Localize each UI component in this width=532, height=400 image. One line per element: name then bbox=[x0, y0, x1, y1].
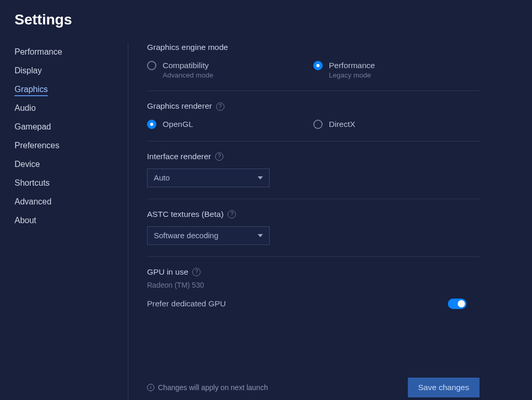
radio-label: OpenGL bbox=[163, 119, 193, 129]
radio-label: Compatibility bbox=[163, 60, 214, 70]
radio-icon bbox=[147, 61, 156, 70]
page-title: Settings bbox=[0, 0, 532, 28]
astc-textures-select[interactable]: Software decoding bbox=[147, 226, 270, 245]
sidebar-item-gamepad[interactable]: Gamepad bbox=[15, 118, 128, 136]
radio-sublabel: Advanced mode bbox=[163, 71, 214, 79]
caret-down-icon bbox=[258, 234, 263, 237]
radio-engine-performance[interactable]: Performance Legacy mode bbox=[313, 60, 480, 79]
prefer-dedicated-gpu-label: Prefer dedicated GPU bbox=[147, 299, 226, 308]
select-value: Auto bbox=[154, 173, 170, 182]
radio-label: DirectX bbox=[329, 119, 355, 129]
radio-icon bbox=[313, 120, 323, 129]
info-icon: i bbox=[147, 384, 154, 391]
sidebar-item-performance[interactable]: Performance bbox=[15, 43, 128, 61]
radio-engine-compatibility[interactable]: Compatibility Advanced mode bbox=[147, 60, 313, 79]
interface-renderer-select[interactable]: Auto bbox=[147, 169, 270, 187]
footer: i Changes will apply on next launch Save… bbox=[147, 378, 480, 397]
astc-textures-title: ASTC textures (Beta) ? bbox=[147, 210, 480, 219]
select-value: Software decoding bbox=[154, 231, 218, 240]
prefer-dedicated-gpu-toggle[interactable] bbox=[448, 299, 467, 309]
gpu-title: GPU in use ? bbox=[147, 267, 480, 277]
sidebar-item-preferences[interactable]: Preferences bbox=[15, 136, 128, 155]
section-astc-textures: ASTC textures (Beta) ? Software decoding bbox=[147, 210, 480, 257]
sidebar-item-display[interactable]: Display bbox=[15, 61, 128, 80]
section-graphics-renderer: Graphics renderer ? OpenGL DirectX bbox=[147, 101, 480, 141]
save-changes-button[interactable]: Save changes bbox=[408, 378, 480, 397]
sidebar-item-about[interactable]: About bbox=[15, 211, 128, 230]
radio-icon bbox=[147, 120, 156, 129]
radio-label: Performance bbox=[329, 60, 375, 70]
sidebar-item-graphics[interactable]: Graphics bbox=[15, 80, 128, 99]
caret-down-icon bbox=[258, 176, 263, 179]
interface-renderer-title: Interface renderer ? bbox=[147, 152, 480, 161]
help-icon[interactable]: ? bbox=[192, 268, 201, 276]
section-interface-renderer: Interface renderer ? Auto bbox=[147, 152, 480, 199]
sidebar-item-shortcuts[interactable]: Shortcuts bbox=[15, 174, 128, 192]
radio-icon bbox=[313, 61, 323, 70]
section-graphics-engine: Graphics engine mode Compatibility Advan… bbox=[147, 43, 480, 91]
help-icon[interactable]: ? bbox=[216, 102, 224, 111]
sidebar-item-device[interactable]: Device bbox=[15, 155, 128, 174]
section-gpu: GPU in use ? Radeon (TM) 530 Prefer dedi… bbox=[147, 267, 480, 320]
graphics-engine-title: Graphics engine mode bbox=[147, 43, 480, 52]
sidebar-item-advanced[interactable]: Advanced bbox=[15, 192, 128, 211]
help-icon[interactable]: ? bbox=[215, 152, 223, 161]
settings-sidebar: Performance Display Graphics Audio Gamep… bbox=[0, 43, 128, 400]
sidebar-item-audio[interactable]: Audio bbox=[15, 99, 128, 118]
graphics-renderer-title: Graphics renderer ? bbox=[147, 101, 480, 111]
gpu-name: Radeon (TM) 530 bbox=[147, 281, 480, 289]
radio-renderer-directx[interactable]: DirectX bbox=[313, 119, 480, 129]
radio-sublabel: Legacy mode bbox=[329, 71, 375, 79]
radio-renderer-opengl[interactable]: OpenGL bbox=[147, 119, 313, 129]
footer-note: i Changes will apply on next launch bbox=[147, 383, 268, 392]
settings-content: Graphics engine mode Compatibility Advan… bbox=[128, 43, 532, 400]
help-icon[interactable]: ? bbox=[228, 210, 236, 218]
